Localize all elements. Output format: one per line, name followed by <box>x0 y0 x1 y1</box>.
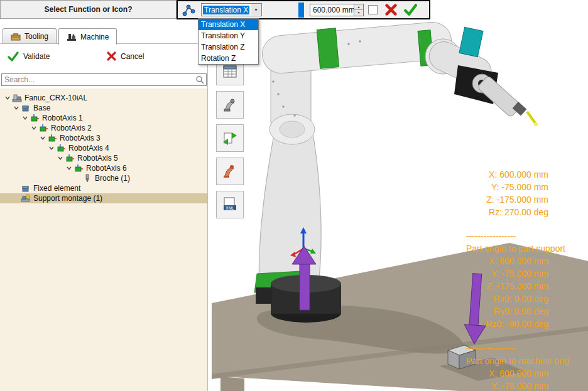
overlay-text-line: Rz0: -90.00 deg <box>466 318 548 330</box>
expander-chevron[interactable] <box>57 155 64 161</box>
search-box <box>1 73 207 86</box>
tree-item-base[interactable]: Base <box>0 103 207 113</box>
robot-lower-arm <box>254 129 321 292</box>
transform-type-dropdown[interactable]: Translation X ▾ <box>201 3 262 16</box>
expander-chevron[interactable] <box>13 105 20 111</box>
check-icon <box>8 51 19 62</box>
position-overlay: X: 600.000 mmY: -75.000 mmZ: -175.000 mm… <box>468 168 548 218</box>
overlay-text-line: Z: -175.000 mm <box>468 193 548 206</box>
element-icon <box>21 104 31 112</box>
tree-item-label: RobotAxis 6 <box>86 164 131 173</box>
cancel-button[interactable]: Cancel <box>107 51 144 61</box>
robot-arm-icon <box>222 163 238 179</box>
robot-axis-icon <box>65 154 75 163</box>
expander-chevron[interactable] <box>21 115 29 121</box>
cancel-x-icon <box>385 4 397 16</box>
apply-transform-button[interactable] <box>403 4 418 16</box>
tab-tooling[interactable]: Tooling <box>3 28 57 43</box>
validate-button[interactable]: Validate <box>8 51 50 62</box>
tree-item-label: RobotAxis 3 <box>60 134 104 142</box>
cancel-transform-button[interactable] <box>385 4 397 16</box>
tree-item-robotaxis-5[interactable]: RobotAxis 5 <box>0 153 207 163</box>
dropdown-value: Translation X <box>203 6 249 14</box>
tool-tip <box>527 112 535 123</box>
robot-arm-button[interactable] <box>216 158 244 185</box>
application-window: X: 600.000 mmY: -75.000 mmZ: -175.000 mm… <box>0 0 588 391</box>
search-input[interactable] <box>2 75 195 84</box>
tree-item-robotaxis-4[interactable]: RobotAxis 4 <box>0 143 207 153</box>
robot-axis-icon <box>30 114 40 122</box>
tree-item-label: RobotAxis 1 <box>42 114 87 122</box>
tree-item-label: Fanuc_CRX-10iAL <box>24 94 91 102</box>
spinner: ▲ ▼ <box>354 4 363 16</box>
tree-item-label: RobotAxis 4 <box>68 144 113 153</box>
slider-handle[interactable] <box>298 3 304 18</box>
action-row: Validate Cancel <box>0 50 208 68</box>
tree-item-label: RobotAxis 5 <box>77 154 122 163</box>
tree-item-broche-1[interactable]: Broche (1) <box>0 173 207 183</box>
xml-export-button[interactable]: XML <box>216 191 244 218</box>
overlay-text-line: Z: -175.000 mm <box>466 280 548 292</box>
overlay-text-line: X: 600.000 mm <box>468 168 548 181</box>
tree-item-support-montage-1[interactable]: Support montage (1) <box>0 193 207 203</box>
tab-label: Tooling <box>24 32 48 41</box>
element-icon <box>21 184 31 193</box>
transfer-button[interactable] <box>216 124 244 152</box>
dropdown-option[interactable]: Translation Y <box>199 30 258 41</box>
robot-gripper-button[interactable] <box>216 91 244 119</box>
expander-chevron[interactable] <box>65 165 73 171</box>
tree-item-label: Fixed element <box>33 184 84 193</box>
robot-tool <box>454 27 538 126</box>
tree-item-label: Support montage (1) <box>33 194 106 203</box>
tree-item-robotaxis-2[interactable]: RobotAxis 2 <box>0 123 207 133</box>
robot-axis-icon <box>74 164 84 173</box>
search-icon <box>195 75 205 84</box>
expander-chevron[interactable] <box>4 95 11 101</box>
option-checkbox[interactable] <box>368 5 378 14</box>
table-icon <box>222 63 238 80</box>
overlay-text-line: X: 600.000 mm <box>466 255 548 267</box>
part-support-overlay: -----------------Part origin to part sup… <box>466 230 565 330</box>
overlay-text-line: ----------------- <box>466 342 569 355</box>
tree-item-label: RobotAxis 2 <box>51 124 95 132</box>
dropdown-list: Translation XTranslation YTranslation ZR… <box>198 18 259 65</box>
dropdown-option[interactable]: Rotation Z <box>199 53 258 64</box>
tree-item-robotaxis-6[interactable]: RobotAxis 6 <box>0 163 207 173</box>
table-leg <box>220 377 244 391</box>
xml-file-icon: XML <box>222 196 238 213</box>
spinner-down-button[interactable]: ▼ <box>354 10 363 16</box>
expander-chevron[interactable] <box>30 125 38 131</box>
chevron-down-icon[interactable]: ▾ <box>251 4 261 15</box>
dropdown-option[interactable]: Translation X <box>199 19 258 30</box>
dropdown-option[interactable]: Translation Z <box>199 41 258 53</box>
tree-item-robotaxis-1[interactable]: RobotAxis 1 <box>0 113 207 123</box>
expander-chevron[interactable] <box>48 145 55 151</box>
spinner-up-button[interactable]: ▲ <box>354 4 363 11</box>
overlay-text-line: Y: -75.000 mm <box>466 380 548 391</box>
machine-panel: Select Function or Icon? Tooling Machine <box>0 0 208 391</box>
apply-check-icon <box>403 4 418 16</box>
robot-axis-icon <box>47 134 57 142</box>
tab-bar: Tooling Machine <box>3 28 117 44</box>
transform-toolbar: Translation X ▾ 600.000 mm ▲ ▼ <box>177 0 430 19</box>
tree-item-fanuc-crx-10ial[interactable]: Fanuc_CRX-10iAL <box>0 93 207 103</box>
expander-chevron[interactable] <box>39 135 46 141</box>
overlay-text-line: Y: -75.000 mm <box>468 181 548 193</box>
robot-upper-arm <box>261 21 453 144</box>
tree-item-fixed-element[interactable]: Fixed element <box>0 183 207 193</box>
overlay-text-line: Rz: 270.00 deg <box>468 206 548 218</box>
overlay-text-line: Rx0: 0.00 deg <box>466 292 548 305</box>
tab-label: Machine <box>80 33 109 41</box>
robot-gripper-icon <box>222 97 238 113</box>
side-toolbar: XML <box>216 58 244 218</box>
overlay-text-line: Y: -75.000 mm <box>466 267 548 280</box>
robot-axis-icon <box>56 144 66 153</box>
tree-item-label: Broche (1) <box>95 174 134 183</box>
toolbox-icon <box>11 32 21 41</box>
overlay-text-line: Part origin to part support <box>466 242 565 255</box>
distance-input[interactable]: 600.000 mm ▲ ▼ <box>310 4 364 16</box>
machine-origin-overlay: -----------------Part origin to machine … <box>466 342 569 391</box>
tree-item-robotaxis-3[interactable]: RobotAxis 3 <box>0 133 207 143</box>
tab-machine[interactable]: Machine <box>58 28 117 45</box>
overlay-text-line: ----------------- <box>466 230 565 242</box>
